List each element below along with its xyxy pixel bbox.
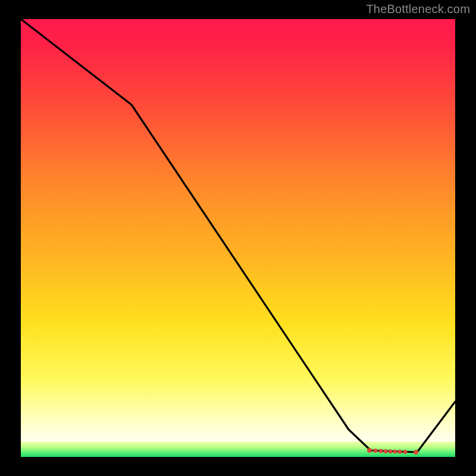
svg-point-8 bbox=[414, 450, 418, 455]
svg-point-3 bbox=[384, 449, 388, 453]
heat-gradient bbox=[21, 19, 455, 441]
svg-point-5 bbox=[393, 450, 397, 454]
plot-area bbox=[21, 19, 455, 457]
chart-svg bbox=[21, 19, 455, 457]
figure: TheBottleneck.com bbox=[0, 0, 476, 476]
svg-point-2 bbox=[379, 449, 383, 453]
svg-point-0 bbox=[367, 448, 372, 453]
svg-point-1 bbox=[374, 449, 378, 453]
green-band bbox=[21, 441, 455, 457]
svg-point-4 bbox=[389, 449, 393, 453]
attribution-text: TheBottleneck.com bbox=[366, 2, 470, 16]
svg-point-7 bbox=[403, 450, 408, 454]
svg-point-6 bbox=[398, 450, 402, 454]
